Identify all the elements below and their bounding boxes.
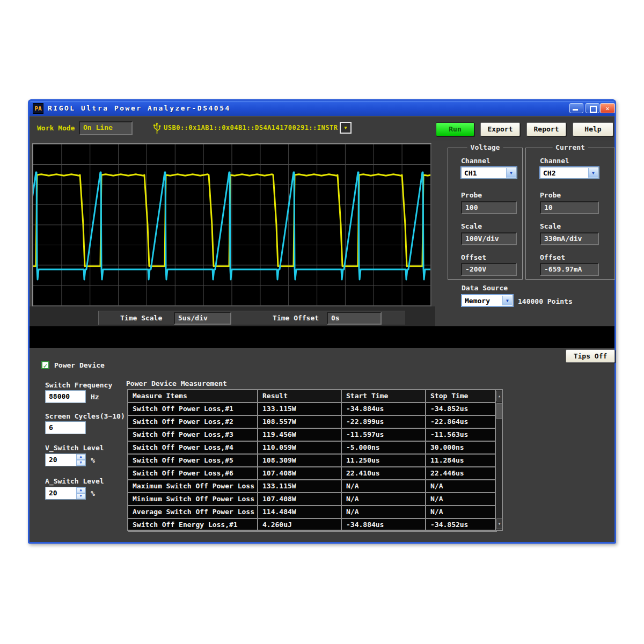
voltage-group-title: Voltage xyxy=(467,143,503,151)
table-cell: Switch Off Power Loss,#5 xyxy=(128,455,258,467)
current-scale-field[interactable]: 330mA/div xyxy=(540,232,599,245)
data-source-select[interactable]: Memory ▼ xyxy=(462,295,513,306)
voltage-probe-field[interactable]: 100 xyxy=(461,201,517,214)
window-title: RIGOL Ultra Power Analyzer-DS4054 xyxy=(48,104,231,112)
switch-frequency-input[interactable]: 88000 xyxy=(45,390,86,403)
power-device-checkbox[interactable]: ✓ xyxy=(41,361,49,369)
scope-plot xyxy=(33,144,430,305)
chevron-down-icon[interactable]: ▼ xyxy=(588,168,598,178)
table-cell: Switch Off Power Loss,#3 xyxy=(128,429,258,442)
work-mode-label: Work Mode xyxy=(37,124,75,132)
column-header[interactable]: Stop Time xyxy=(426,390,497,403)
export-button[interactable]: Export xyxy=(480,122,520,136)
current-channel-label: Channel xyxy=(540,157,569,165)
table-cell: 108.557W xyxy=(258,416,342,429)
voltage-scale-field[interactable]: 100V/div xyxy=(461,232,517,245)
table-cell: 119.456W xyxy=(258,429,342,442)
table-cell: 133.115W xyxy=(258,480,342,493)
usb-dropdown-icon: ▼ xyxy=(344,125,347,130)
voltage-scale-label: Scale xyxy=(461,222,482,230)
table-cell: 22.410us xyxy=(342,467,426,480)
table-cell: Average Switch Off Power Loss xyxy=(128,506,258,519)
title-bar[interactable]: PA RIGOL Ultra Power Analyzer-DS4054 ✕ xyxy=(30,101,614,116)
table-cell: 4.260uJ xyxy=(258,519,342,532)
table-cell: Switch Off Power Loss,#2 xyxy=(128,416,258,429)
maximize-button[interactable] xyxy=(586,103,599,113)
current-group: Current Channel CH2 ▼ Probe 10 Scale 330… xyxy=(525,148,615,280)
voltage-channel-select[interactable]: CH1 ▼ xyxy=(461,167,517,179)
app-icon: PA xyxy=(33,103,43,114)
time-scale-field[interactable]: 5us/div xyxy=(174,312,231,325)
current-scale-label: Scale xyxy=(540,222,561,230)
table-scrollbar[interactable]: ▲ ▼ xyxy=(495,390,502,530)
table-row[interactable]: Average Switch Off Power Loss114.484WN/A… xyxy=(128,506,497,519)
table-cell: 107.408W xyxy=(258,467,342,480)
time-offset-field[interactable]: 0s xyxy=(327,312,382,325)
close-button[interactable]: ✕ xyxy=(600,103,615,113)
spin-down-icon[interactable]: ▼ xyxy=(76,460,85,466)
table-row[interactable]: Switch Off Power Loss,#4110.059W-5.000ns… xyxy=(128,442,497,455)
chevron-down-icon[interactable]: ▼ xyxy=(506,168,516,178)
chevron-down-icon[interactable]: ▼ xyxy=(502,296,512,305)
tips-off-button[interactable]: Tips Off xyxy=(566,349,615,363)
spin-up-icon[interactable]: ▲ xyxy=(76,487,85,493)
table-cell: -34.884us xyxy=(342,403,426,416)
table-row[interactable]: Switch Off Power Loss,#6107.408W22.410us… xyxy=(128,467,497,480)
table-cell: Maximum Switch Off Power Loss xyxy=(128,480,258,493)
current-probe-field[interactable]: 10 xyxy=(540,201,599,214)
report-button[interactable]: Report xyxy=(526,122,566,136)
current-offset-field[interactable]: -659.97mA xyxy=(540,263,599,276)
current-channel-value: CH2 xyxy=(543,169,555,177)
table-row[interactable]: Switch Off Power Loss,#2108.557W-22.899u… xyxy=(128,416,497,429)
app-window: PA RIGOL Ultra Power Analyzer-DS4054 ✕ W… xyxy=(28,99,616,544)
current-channel-select[interactable]: CH2 ▼ xyxy=(540,167,599,179)
table-row[interactable]: Switch Off Power Loss,#1133.115W-34.884u… xyxy=(128,403,497,416)
table-cell: N/A xyxy=(342,506,426,519)
desktop: PA RIGOL Ultra Power Analyzer-DS4054 ✕ W… xyxy=(0,0,644,644)
time-offset-label: Time Offset xyxy=(273,314,319,322)
switch-frequency-unit: Hz xyxy=(91,393,99,401)
table-row[interactable]: Switch Off Power Loss,#5108.309W11.250us… xyxy=(128,455,497,467)
data-source-label: Data Source xyxy=(462,284,508,292)
table-cell: -11.597us xyxy=(342,429,426,442)
minimize-button[interactable] xyxy=(569,103,583,113)
run-button[interactable]: Run xyxy=(436,122,474,136)
table-cell: 108.309W xyxy=(258,455,342,467)
column-header[interactable]: Start Time xyxy=(342,390,426,403)
table-row[interactable]: Minimum Switch Off Power Loss107.408WN/A… xyxy=(128,493,497,506)
table-cell: N/A xyxy=(426,493,497,506)
v-switch-spinner[interactable]: ▲ ▼ xyxy=(76,454,85,466)
maximize-icon xyxy=(590,106,597,113)
scroll-down-icon[interactable]: ▼ xyxy=(496,518,502,529)
scroll-up-icon[interactable]: ▲ xyxy=(496,391,502,401)
voltage-offset-field[interactable]: -200V xyxy=(461,263,517,276)
a-switch-level-unit: % xyxy=(91,489,95,497)
help-button[interactable]: Help xyxy=(573,122,613,136)
table-cell: 30.000ns xyxy=(426,442,497,455)
power-device-panel: Tips Off ✓ Power Device Switch Frequency… xyxy=(30,348,614,542)
usb-icon xyxy=(153,122,161,134)
table-cell: N/A xyxy=(426,506,497,519)
table-cell: Minimum Switch Off Power Loss xyxy=(128,493,258,506)
power-device-checkbox-label: Power Device xyxy=(54,361,105,369)
table-row[interactable]: Maximum Switch Off Power Loss133.115WN/A… xyxy=(128,480,497,493)
scrollbar-thumb[interactable] xyxy=(496,403,502,419)
spin-up-icon[interactable]: ▲ xyxy=(76,454,85,460)
minimize-icon xyxy=(573,109,578,111)
voltage-group: Voltage Channel CH1 ▼ Probe 100 Scale 10… xyxy=(448,148,523,280)
table-row[interactable]: Switch Off Energy Loss,#14.260uJ-34.884u… xyxy=(128,519,497,532)
table-cell: -11.563us xyxy=(426,429,497,442)
table-row[interactable]: Switch Off Power Loss,#3119.456W-11.597u… xyxy=(128,429,497,442)
table-cell: 11.250us xyxy=(342,455,426,467)
screen-cycles-input[interactable]: 6 xyxy=(45,421,86,434)
timebase-bar: Time Scale 5us/div Time Offset 0s xyxy=(98,311,405,325)
data-source-points: 140000 Points xyxy=(518,297,573,305)
spin-down-icon[interactable]: ▼ xyxy=(76,493,85,499)
column-header[interactable]: Result xyxy=(258,390,342,403)
current-probe-label: Probe xyxy=(540,191,561,199)
a-switch-spinner[interactable]: ▲ ▼ xyxy=(76,487,85,499)
work-mode-value[interactable]: On Line xyxy=(79,121,133,135)
usb-dropdown-button[interactable]: ▼ xyxy=(340,122,352,134)
table-cell: 11.284us xyxy=(426,455,497,467)
column-header[interactable]: Measure Items xyxy=(128,390,258,403)
